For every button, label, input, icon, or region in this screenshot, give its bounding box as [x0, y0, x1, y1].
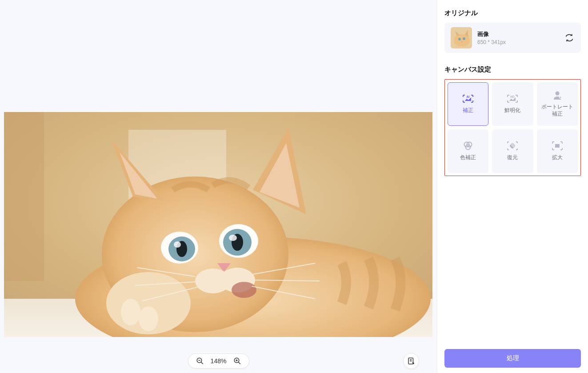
notes-button[interactable]	[403, 353, 419, 369]
option-label: 色補正	[458, 154, 478, 161]
enlarge-icon	[552, 141, 563, 151]
zoom-in-icon	[233, 357, 241, 365]
swap-icon	[565, 33, 574, 42]
ai-correction-icon: AI	[462, 94, 474, 104]
portrait-icon	[552, 90, 563, 100]
sidebar-panel: オリジナル 画像 650 * 341px キャンバス設定	[437, 0, 588, 373]
option-enlarge[interactable]: 拡大	[537, 129, 578, 173]
svg-line-27	[201, 362, 203, 364]
option-label: 補正	[461, 107, 475, 114]
svg-point-16	[232, 282, 256, 298]
original-info: 画像 650 * 341px	[477, 30, 564, 45]
option-label: 鮮明化	[503, 107, 522, 114]
svg-point-9	[174, 241, 181, 248]
canvas-settings-title: キャンバス設定	[444, 65, 581, 74]
zoom-out-button[interactable]	[196, 357, 204, 365]
option-color-correction[interactable]: 色補正	[448, 129, 488, 173]
process-button-label: 処理	[507, 354, 519, 362]
option-label: 復元	[505, 154, 520, 161]
process-button[interactable]: 処理	[444, 349, 581, 368]
bottom-toolbar: 148%	[0, 353, 437, 369]
original-image-card: 画像 650 * 341px	[444, 23, 581, 53]
zoom-out-icon	[196, 357, 204, 365]
option-portrait[interactable]: ポートレート補正	[537, 82, 578, 126]
svg-rect-51	[555, 144, 560, 148]
svg-line-30	[238, 362, 240, 364]
zoom-in-button[interactable]	[233, 357, 242, 365]
svg-text:AI: AI	[467, 95, 470, 98]
color-correction-icon	[462, 141, 474, 151]
svg-point-39	[458, 38, 461, 40]
original-image-name: 画像	[477, 30, 564, 38]
svg-point-18	[121, 299, 140, 325]
hd-sharpen-icon: HD	[507, 94, 518, 104]
svg-point-19	[139, 306, 158, 331]
swap-image-button[interactable]	[564, 32, 575, 43]
svg-point-13	[229, 235, 237, 241]
image-preview[interactable]	[4, 112, 432, 337]
canvas-container	[0, 0, 437, 373]
original-section-title: オリジナル	[444, 9, 581, 17]
svg-point-36	[413, 363, 414, 364]
zoom-value: 148%	[210, 357, 228, 365]
notes-icon	[407, 357, 415, 365]
option-sharpen[interactable]: HD 鮮明化	[492, 82, 533, 126]
zoom-controls: 148%	[188, 353, 249, 369]
restore-icon	[507, 141, 518, 151]
canvas-options-grid: AI 補正 HD 鮮明化	[444, 79, 581, 176]
svg-text:HD: HD	[511, 95, 515, 98]
option-label: 拡大	[550, 154, 564, 161]
option-restore[interactable]: 復元	[492, 129, 533, 173]
original-image-dimensions: 650 * 341px	[477, 39, 564, 45]
svg-point-40	[463, 37, 465, 40]
svg-point-43	[555, 92, 559, 96]
svg-rect-1	[4, 112, 44, 281]
main-canvas-area: 148%	[0, 0, 437, 373]
option-correction[interactable]: AI 補正	[448, 82, 488, 126]
option-label: ポートレート補正	[537, 104, 577, 117]
original-thumbnail[interactable]	[451, 27, 472, 48]
